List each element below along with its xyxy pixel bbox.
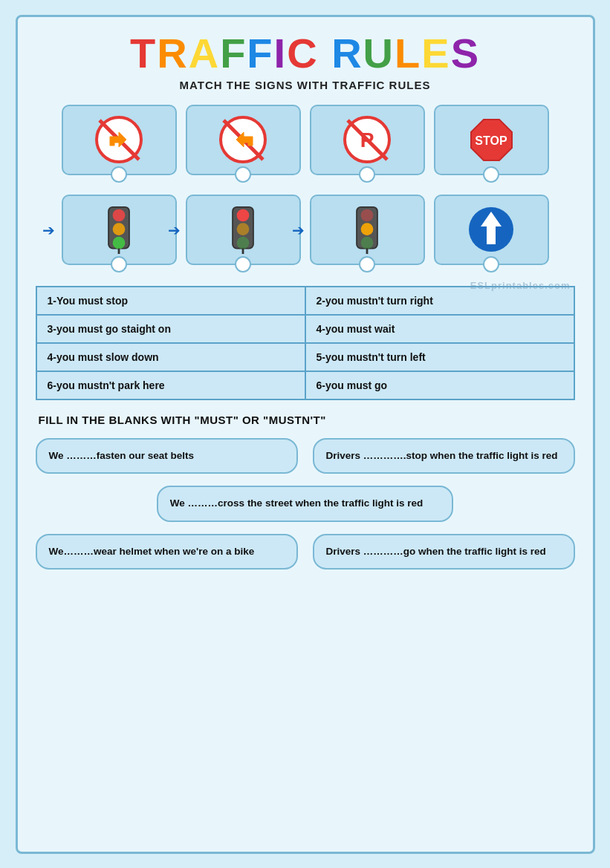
traffic-light-2-icon xyxy=(228,206,258,254)
match-item-8: 6-you must go xyxy=(305,371,574,399)
match-item-4: 4-you must wait xyxy=(305,315,574,343)
answer-circle-4 xyxy=(483,166,499,183)
answer-circle-6 xyxy=(235,256,251,273)
traffic-light-3-icon xyxy=(352,206,382,254)
match-item-7: 6-you mustn't park here xyxy=(36,371,305,399)
fill-section: FILL IN THE BLANKS WITH "MUST" OR "MUSTN… xyxy=(36,414,575,570)
fill-item-2: Drivers ………….stop when the traffic light… xyxy=(313,438,575,474)
fill-row-1: We ………fasten our seat belts Drivers …………… xyxy=(36,438,575,474)
svg-text:STOP: STOP xyxy=(475,134,507,147)
no-left-turn-icon xyxy=(219,116,267,164)
sign-traffic-light-3: ➔ xyxy=(310,195,425,265)
svg-point-11 xyxy=(113,223,126,235)
page-title: TRAFFIC RULES xyxy=(36,30,575,76)
svg-point-21 xyxy=(361,223,374,235)
svg-point-16 xyxy=(237,223,250,235)
answer-circle-7 xyxy=(359,256,375,273)
answer-circle-1 xyxy=(111,166,127,183)
table-row: 3-you must go staight on 4-you must wait xyxy=(36,315,574,343)
match-item-1: 1-You must stop xyxy=(36,287,305,315)
svg-point-15 xyxy=(237,209,250,222)
svg-point-12 xyxy=(113,237,126,249)
signs-row-1: P STOP xyxy=(36,105,575,175)
answer-circle-8 xyxy=(483,256,499,273)
svg-text:P: P xyxy=(360,128,374,151)
svg-point-20 xyxy=(361,209,374,222)
fill-row-3: We………wear helmet when we're on a bike Dr… xyxy=(36,534,575,570)
match-table-section: 1-You must stop 2-you mustn't turn right… xyxy=(36,286,575,400)
table-row: 6-you mustn't park here 6-you must go xyxy=(36,371,574,399)
match-item-5: 4-you must slow down xyxy=(36,343,305,371)
sign-no-parking: P xyxy=(310,105,425,175)
answer-circle-2 xyxy=(235,166,251,183)
table-row: 4-you must slow down 5-you mustn't turn … xyxy=(36,343,574,371)
fill-item-1: We ………fasten our seat belts xyxy=(36,438,298,474)
section-subtitle: MATCH THE SIGNS WITH TRAFFIC RULES xyxy=(36,79,575,91)
no-parking-icon: P xyxy=(343,116,392,164)
match-table: 1-You must stop 2-you mustn't turn right… xyxy=(36,286,575,400)
fill-item-3: We ………cross the street when the traffic … xyxy=(157,486,453,521)
svg-point-10 xyxy=(113,209,126,222)
svg-point-17 xyxy=(237,237,250,249)
fill-item-4: We………wear helmet when we're on a bike xyxy=(36,534,298,570)
sign-traffic-light-1: ➔ xyxy=(62,195,177,265)
signs-row-2: ➔ ➔ xyxy=(36,195,575,265)
sign-no-right-turn xyxy=(62,105,177,175)
sign-no-left-turn xyxy=(186,105,301,175)
sign-traffic-light-2: ➔ xyxy=(186,195,301,265)
stop-sign-icon: STOP xyxy=(467,116,516,164)
fill-title: FILL IN THE BLANKS WITH "MUST" OR "MUSTN… xyxy=(39,414,575,426)
go-straight-icon xyxy=(467,206,516,254)
match-item-2: 2-you mustn't turn right xyxy=(305,287,574,315)
traffic-light-1-icon xyxy=(104,206,134,254)
match-item-6: 5-you mustn't turn left xyxy=(305,343,574,371)
fill-row-2: We ………cross the street when the traffic … xyxy=(36,486,575,521)
fill-item-5: Drivers …………go when the traffic light is… xyxy=(313,534,575,570)
no-right-turn-icon xyxy=(95,116,143,164)
left-arrow-1: ➔ xyxy=(42,221,55,239)
arrow-3: ➔ xyxy=(292,221,305,239)
page-container: TRAFFIC RULES MATCH THE SIGNS WITH TRAFF… xyxy=(16,15,595,854)
sign-stop: STOP xyxy=(434,105,549,175)
match-item-3: 3-you must go staight on xyxy=(36,315,305,343)
arrow-2: ➔ xyxy=(168,221,181,239)
signs-section: P STOP ➔ xyxy=(36,105,575,265)
svg-point-22 xyxy=(361,237,374,249)
sign-go-straight xyxy=(434,195,549,265)
answer-circle-5 xyxy=(111,256,127,273)
table-row: 1-You must stop 2-you mustn't turn right xyxy=(36,287,574,315)
answer-circle-3 xyxy=(359,166,375,183)
